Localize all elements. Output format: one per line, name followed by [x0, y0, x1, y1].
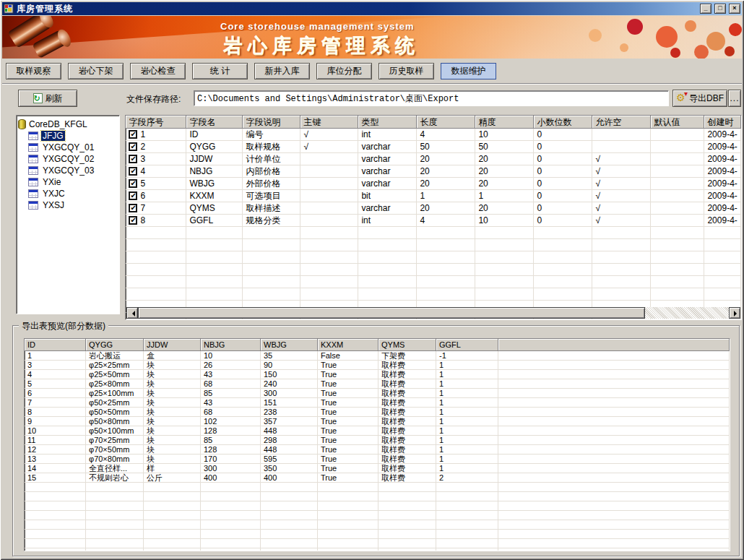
banner-dot	[656, 26, 678, 48]
scroll-left-button[interactable]	[126, 307, 138, 319]
minimize-button[interactable]: _	[700, 4, 711, 14]
browse-button[interactable]: ...	[728, 90, 741, 107]
preview-cell: 15	[25, 473, 86, 483]
preview-cell-empty	[201, 530, 261, 539]
preview-table-row[interactable]: 15不规则岩心公斤400400True取样费2	[25, 473, 730, 483]
preview-table-row[interactable]: 5φ25×80mm块68240True取样费1	[25, 379, 730, 389]
preview-table-row[interactable]: 7φ50×25mm块43151True取样费1	[25, 398, 730, 408]
preview-cell: 7	[25, 398, 86, 408]
field-cell: 外部价格	[243, 178, 300, 190]
toolbar-button-8[interactable]: 数据维护	[441, 63, 496, 79]
field-checkbox[interactable]: ✔	[129, 155, 137, 163]
field-cell-empty	[651, 276, 704, 288]
tree-item-label: YXSJ	[41, 200, 66, 210]
field-checkbox[interactable]: ✔	[129, 191, 137, 200]
preview-table-row[interactable]: 9φ50×80mm块102357True取样费1	[25, 417, 730, 426]
field-table-row[interactable]: ✔1ID编号√int41002009-4-	[126, 129, 741, 141]
preview-cell: 43	[201, 370, 261, 379]
field-checkbox[interactable]: ✔	[129, 204, 137, 212]
tree-item-YXGCQY_02[interactable]: YXGCQY_02	[18, 153, 118, 165]
field-cell-empty	[186, 264, 243, 276]
preview-table-row[interactable]: 3φ25×25mm块2690True取样费1	[25, 361, 730, 370]
field-cell-empty	[358, 239, 417, 251]
field-cell	[651, 153, 704, 165]
field-column-header: 类型	[358, 116, 417, 129]
toolbar-button-3[interactable]: 岩心检查	[130, 63, 186, 79]
database-icon	[18, 119, 26, 129]
field-checkbox[interactable]: ✔	[129, 216, 137, 225]
tree-item-YXGCQY_01[interactable]: YXGCQY_01	[18, 142, 118, 153]
preview-cell: 151	[261, 398, 318, 408]
field-cell-empty	[300, 276, 358, 288]
field-table-row[interactable]: ✔4NBJG内部价格varchar20200√2009-4-	[126, 165, 741, 178]
field-cell: 内部价格	[243, 165, 300, 178]
export-dbf-button[interactable]: 导出DBF	[672, 90, 727, 107]
tree-item-YXJC[interactable]: YXJC	[18, 188, 118, 199]
field-cell-empty	[417, 251, 475, 264]
close-button[interactable]: ×	[729, 4, 740, 14]
field-checkbox[interactable]: ✔	[129, 142, 137, 151]
field-cell-seq: ✔5	[126, 178, 186, 190]
toolbar-button-6[interactable]: 库位分配	[316, 63, 372, 79]
preview-table-row[interactable]: 1岩心搬运盒1035False下架费-1	[25, 351, 730, 361]
toolbar-button-1[interactable]: 取样观察	[6, 63, 61, 79]
toolbar-button-2[interactable]: 岩心下架	[68, 63, 124, 79]
field-table-row[interactable]: ✔6KXXM可选项目bit110√2009-4-	[126, 190, 741, 202]
preview-cell-empty	[261, 539, 318, 548]
preview-table-row[interactable]: 4φ25×50mm块43150True取样费1	[25, 370, 730, 379]
preview-table-row[interactable]: 10φ50×100mm块128448True取样费1	[25, 426, 730, 436]
field-cell-empty	[704, 239, 741, 251]
preview-table-empty-row	[25, 530, 730, 539]
scroll-right-button[interactable]	[729, 307, 740, 319]
tree-item-YXSJ[interactable]: YXSJ	[18, 199, 118, 211]
tree-item-YXie[interactable]: YXie	[18, 176, 118, 188]
preview-cell: 1	[436, 455, 498, 464]
banner-subtitle: Core storehouse management system	[220, 21, 415, 32]
toolbar-button-4[interactable]: 统 计	[192, 63, 248, 79]
preview-cell	[498, 370, 730, 379]
scrollbar-track[interactable]	[645, 307, 729, 319]
field-checkbox[interactable]: ✔	[129, 130, 137, 139]
preview-cell: True	[318, 408, 379, 417]
preview-table-row[interactable]: 11φ70×25mm块85298True取样费1	[25, 436, 730, 445]
field-table-row[interactable]: ✔8GGFL规格分类int4100√2009-4-	[126, 215, 741, 227]
refresh-button[interactable]: 刷新	[18, 90, 77, 107]
preview-cell	[498, 445, 730, 455]
preview-cell: φ50×25mm	[86, 398, 144, 408]
field-cell-empty	[534, 227, 592, 239]
preview-table-row[interactable]: 14全直径样...样300350True取样费1	[25, 464, 730, 473]
preview-table-empty-row	[25, 492, 730, 501]
field-table-row[interactable]: ✔5WBJG外部价格varchar20200√2009-4-	[126, 178, 741, 190]
preview-cell-empty	[318, 548, 379, 551]
tree-item-JFJG[interactable]: JFJG	[18, 130, 118, 142]
field-table-row[interactable]: ✔3JJDW计价单位varchar20200√2009-4-	[126, 153, 741, 165]
toolbar-button-5[interactable]: 新井入库	[254, 63, 310, 79]
preview-table-row[interactable]: 12φ70×50mm块128448True取样费1	[25, 445, 730, 455]
tree-root[interactable]: CoreDB_KFGL	[18, 118, 118, 130]
field-cell-empty	[358, 227, 417, 239]
preview-table-row[interactable]: 8φ50×50mm块68238True取样费1	[25, 408, 730, 417]
field-cell: 取样描述	[243, 202, 300, 215]
field-column-header: 默认值	[651, 116, 704, 129]
preview-cell: 1	[436, 398, 498, 408]
export-path-input[interactable]	[194, 90, 669, 106]
preview-table-row[interactable]: 13φ70×80mm块170595True取样费1	[25, 455, 730, 464]
field-checkbox[interactable]: ✔	[129, 167, 137, 176]
toolbar-divider	[2, 83, 742, 85]
tree-items: JFJGYXGCQY_01YXGCQY_02YXGCQY_03YXieYXJCY…	[18, 130, 118, 211]
field-table-row[interactable]: ✔2QYGG取样规格√varchar505002009-4-	[126, 141, 741, 153]
field-cell-empty	[475, 227, 534, 239]
field-table-row[interactable]: ✔7QYMS取样描述varchar20200√2009-4-	[126, 202, 741, 215]
field-checkbox[interactable]: ✔	[129, 179, 137, 188]
scrollbar-thumb[interactable]	[138, 307, 645, 319]
preview-table-row[interactable]: 6φ25×100mm块85300True取样费1	[25, 389, 730, 398]
field-cell-empty	[300, 251, 358, 264]
preview-cell: 448	[261, 445, 318, 455]
toolbar-button-7[interactable]: 历史取样	[379, 63, 434, 79]
maximize-button[interactable]: □	[714, 4, 726, 14]
field-cell: 50	[417, 141, 475, 153]
tree-item-YXGCQY_03[interactable]: YXGCQY_03	[18, 165, 118, 176]
field-cell: 10	[475, 215, 534, 227]
preview-cell-empty	[379, 520, 436, 530]
field-cell-empty	[126, 264, 186, 276]
